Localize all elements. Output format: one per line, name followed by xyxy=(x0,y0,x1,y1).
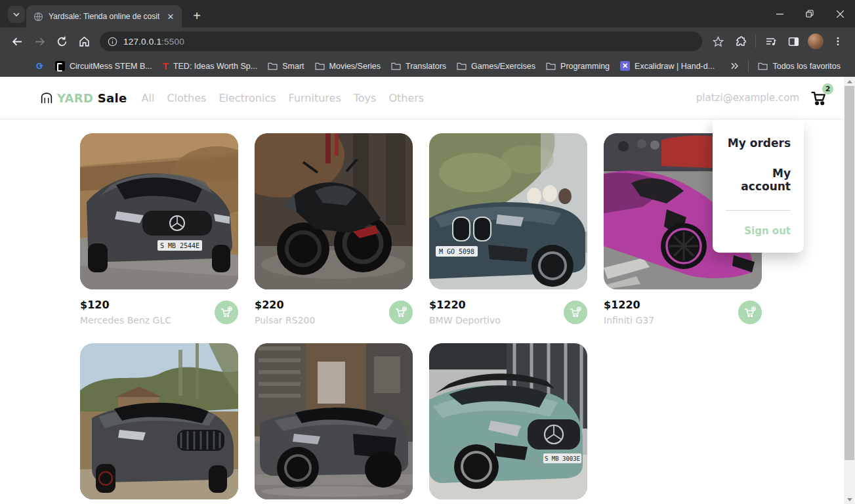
bookmark-folder-all-favorites[interactable]: Todos los favoritos xyxy=(753,58,846,74)
bookmark-star-button[interactable] xyxy=(707,31,728,52)
product-name: Mercedes Benz GLC xyxy=(80,315,215,326)
bookmark-excalidraw[interactable]: ✕ Excalidraw | Hand-d... xyxy=(615,58,720,74)
close-icon xyxy=(837,10,844,18)
address-bar[interactable]: 127.0.0.1:5500 xyxy=(100,32,702,51)
dropdown-my-orders[interactable]: My orders xyxy=(726,136,791,150)
cart-button[interactable]: 2 xyxy=(810,89,828,107)
bookmarks-overflow-button[interactable] xyxy=(725,58,744,74)
bookmark-folder-translators[interactable]: Translators xyxy=(386,58,451,74)
home-icon xyxy=(79,36,90,47)
bookmark-label: Movies/Series xyxy=(329,62,381,71)
menu-item-clothes[interactable]: Clothes xyxy=(167,92,206,104)
sign-out-link[interactable]: Sign out xyxy=(726,225,791,237)
account-dropdown: My orders My account Sign out xyxy=(713,119,804,253)
browser-menu-button[interactable] xyxy=(827,31,848,52)
product-photo-bmw-deportivo[interactable]: M GO 5098 xyxy=(429,133,587,289)
restore-button[interactable] xyxy=(795,0,825,28)
product-photo-mercedes-eclass[interactable]: S MB 3003E xyxy=(429,343,587,499)
chevron-down-icon xyxy=(12,10,20,18)
bookmark-ted[interactable]: T TED: Ideas Worth Sp... xyxy=(157,58,262,74)
page-scrollbar[interactable] xyxy=(844,77,855,504)
scrollbar-up-arrow[interactable] xyxy=(844,77,855,86)
add-to-cart-icon xyxy=(220,306,233,319)
google-icon: G xyxy=(35,61,45,71)
page-content: YARD Sale All Clothes Electronics Furnit… xyxy=(0,77,855,504)
product-price: $220 xyxy=(255,299,389,311)
menu-item-electronics[interactable]: Electronics xyxy=(219,92,276,104)
tab-close-icon[interactable]: ✕ xyxy=(165,10,177,22)
profile-avatar[interactable] xyxy=(808,33,824,49)
scrollbar-thumb[interactable] xyxy=(845,86,854,460)
browser-tab[interactable]: Yardsale: Tienda online de cosit ✕ xyxy=(26,5,182,28)
bookmark-circuitmess[interactable]: CircuitMess STEM B... xyxy=(50,58,157,74)
folder-icon xyxy=(391,62,401,70)
tab-title: Yardsale: Tienda online de cosit xyxy=(49,12,159,21)
product-card: $220 Pulsar RS200 xyxy=(255,133,413,326)
folder-icon xyxy=(268,62,278,70)
ted-icon: T xyxy=(163,61,169,71)
user-email[interactable]: platzi@example.com xyxy=(696,92,799,104)
home-button[interactable] xyxy=(73,31,94,52)
menu-item-furnitures[interactable]: Furnitures xyxy=(289,92,341,104)
menu-item-all[interactable]: All xyxy=(142,92,155,104)
svg-text:G: G xyxy=(36,62,42,71)
circuitmess-icon xyxy=(55,61,65,71)
back-button[interactable] xyxy=(7,31,28,52)
close-window-button[interactable] xyxy=(825,0,855,28)
product-card xyxy=(255,343,413,499)
scrollbar-down-arrow[interactable] xyxy=(844,495,855,504)
add-to-cart-button[interactable] xyxy=(738,301,762,324)
extensions-button[interactable] xyxy=(730,31,751,52)
url-text: 127.0.0.1:5500 xyxy=(123,37,184,47)
product-name: Pulsar RS200 xyxy=(255,315,389,326)
logo-yard: YARD xyxy=(57,91,93,105)
bookmarks-bar: G CircuitMess STEM B... T TED: Ideas Wor… xyxy=(0,55,855,77)
browser-titlebar: Yardsale: Tienda online de cosit ✕ + xyxy=(0,0,855,28)
kebab-menu-icon xyxy=(833,37,843,46)
url-host: 127.0.0.1 xyxy=(123,37,161,47)
media-controls-button[interactable] xyxy=(761,31,782,52)
bookmark-folder-movies[interactable]: Movies/Series xyxy=(310,58,386,74)
add-to-cart-button[interactable] xyxy=(215,301,238,324)
bookmark-google[interactable]: G xyxy=(30,58,50,74)
new-tab-button[interactable]: + xyxy=(188,7,205,24)
bookmark-label: Smart xyxy=(282,62,304,71)
add-to-cart-icon xyxy=(569,306,582,319)
url-port: :5500 xyxy=(161,37,184,47)
star-icon xyxy=(713,36,724,47)
minimize-button[interactable] xyxy=(764,0,795,28)
add-to-cart-button[interactable] xyxy=(564,301,587,324)
product-name: Infiniti G37 xyxy=(604,315,738,326)
product-photo-pulsar-rs200[interactable] xyxy=(255,133,413,289)
product-photo-mercedes-glc[interactable]: S MB 2544E xyxy=(80,133,238,289)
svg-text:S MB 2544E: S MB 2544E xyxy=(160,242,199,249)
add-to-cart-icon xyxy=(394,306,407,319)
menu-item-others[interactable]: Others xyxy=(388,92,424,104)
restore-icon xyxy=(806,10,814,18)
side-panel-icon xyxy=(788,36,799,47)
bookmark-folder-games[interactable]: Games/Exercises xyxy=(451,58,541,74)
reload-button[interactable] xyxy=(51,31,72,52)
product-photo-audi-rs7[interactable] xyxy=(255,343,413,499)
product-card: S MB 2544E $120 Mercedes Benz GLC xyxy=(80,133,238,326)
product-photo-mercedes-gle[interactable] xyxy=(80,343,238,499)
browser-toolbar: 127.0.0.1:5500 xyxy=(0,28,855,55)
site-logo[interactable]: YARD Sale xyxy=(39,91,127,105)
globe-icon xyxy=(33,12,43,22)
site-info-icon[interactable] xyxy=(108,37,117,47)
svg-text:M GO 5098: M GO 5098 xyxy=(439,248,474,255)
dropdown-my-account[interactable]: My account xyxy=(726,167,791,193)
bookmark-label: Programming xyxy=(560,62,610,71)
bookmark-folder-smart[interactable]: Smart xyxy=(262,58,309,74)
bookmark-label: Excalidraw | Hand-d... xyxy=(635,62,715,71)
menu-item-toys[interactable]: Toys xyxy=(354,92,377,104)
tab-search-button[interactable] xyxy=(8,6,25,23)
add-to-cart-button[interactable] xyxy=(389,301,413,324)
forward-button[interactable] xyxy=(29,31,50,52)
side-panel-button[interactable] xyxy=(783,31,804,52)
bookmark-folder-programming[interactable]: Programming xyxy=(541,58,615,74)
product-price: $120 xyxy=(80,299,215,311)
bookmark-label: CircuitMess STEM B... xyxy=(70,62,152,71)
media-playlist-icon xyxy=(765,35,777,47)
bookmark-label: Todos los favoritos xyxy=(772,62,841,71)
